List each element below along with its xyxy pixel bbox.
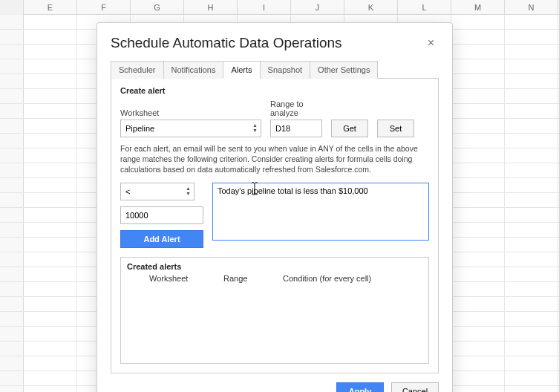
grid-cell[interactable] — [505, 119, 558, 133]
grid-cell[interactable] — [24, 119, 77, 133]
col-header-l[interactable]: L — [398, 0, 451, 15]
close-icon[interactable]: × — [423, 35, 439, 51]
row-header[interactable] — [0, 208, 24, 222]
grid-cell[interactable] — [451, 45, 505, 59]
grid-cell[interactable] — [24, 267, 77, 281]
row-header[interactable] — [0, 15, 24, 29]
grid-cell[interactable] — [451, 104, 505, 118]
grid-cell[interactable] — [24, 45, 77, 59]
grid-cell[interactable] — [24, 193, 77, 207]
row-header[interactable] — [0, 193, 24, 207]
grid-cell[interactable] — [505, 282, 558, 296]
grid-cell[interactable] — [24, 282, 77, 296]
grid-cell[interactable] — [505, 45, 558, 59]
tab-scheduler[interactable]: Scheduler — [111, 61, 164, 79]
grid-cell[interactable] — [505, 267, 558, 281]
grid-cell[interactable] — [505, 104, 558, 118]
col-header-i[interactable]: I — [238, 0, 291, 15]
col-header-g[interactable]: G — [131, 0, 184, 15]
grid-cell[interactable] — [505, 89, 558, 103]
grid-cell[interactable] — [505, 238, 558, 252]
row-header[interactable] — [0, 238, 24, 252]
grid-cell[interactable] — [24, 30, 77, 44]
grid-cell[interactable] — [24, 252, 77, 267]
grid-cell[interactable] — [451, 193, 505, 207]
grid-cell[interactable] — [451, 119, 505, 133]
grid-cell[interactable] — [451, 267, 505, 281]
row-header[interactable] — [0, 282, 24, 296]
grid-cell[interactable] — [451, 134, 505, 148]
tab-snapshot[interactable]: Snapshot — [260, 61, 310, 79]
grid-cell[interactable] — [451, 74, 505, 88]
grid-cell[interactable] — [24, 312, 77, 326]
tab-notifications[interactable]: Notifications — [163, 61, 224, 79]
grid-cell[interactable] — [24, 163, 77, 177]
grid-cell[interactable] — [451, 223, 505, 237]
tab-other-settings[interactable]: Other Settings — [310, 61, 378, 79]
grid-cell[interactable] — [451, 282, 505, 296]
grid-cell[interactable] — [451, 148, 505, 163]
row-header[interactable] — [0, 134, 24, 148]
grid-cell[interactable] — [451, 163, 505, 177]
col-header-m[interactable]: M — [451, 0, 505, 15]
grid-cell[interactable] — [24, 238, 77, 252]
col-header-k[interactable]: K — [344, 0, 398, 15]
grid-cell[interactable] — [451, 208, 505, 222]
grid-cell[interactable] — [451, 252, 505, 267]
grid-cell[interactable] — [24, 59, 77, 74]
grid-cell[interactable] — [505, 148, 558, 163]
grid-cell[interactable] — [505, 327, 558, 341]
row-header[interactable] — [0, 342, 24, 356]
grid-cell[interactable] — [24, 104, 77, 118]
grid-cell[interactable] — [451, 312, 505, 326]
grid-cell[interactable] — [451, 371, 505, 385]
grid-cell[interactable] — [451, 178, 505, 192]
row-header[interactable] — [0, 297, 24, 311]
grid-cell[interactable] — [24, 356, 77, 370]
grid-cell[interactable] — [451, 30, 505, 44]
set-button[interactable]: Set — [377, 120, 414, 137]
grid-cell[interactable] — [505, 193, 558, 207]
row-header[interactable] — [0, 178, 24, 192]
grid-cell[interactable] — [451, 15, 505, 29]
row-header[interactable] — [0, 59, 24, 74]
range-input[interactable] — [270, 120, 322, 137]
row-header[interactable] — [0, 119, 24, 133]
row-header[interactable] — [0, 163, 24, 177]
grid-cell[interactable] — [505, 342, 558, 356]
tab-alerts[interactable]: Alerts — [223, 61, 260, 79]
get-button[interactable]: Get — [331, 120, 368, 137]
row-header[interactable] — [0, 74, 24, 88]
add-alert-button[interactable]: Add Alert — [120, 230, 203, 248]
grid-cell[interactable] — [451, 297, 505, 311]
grid-cell[interactable] — [24, 327, 77, 341]
grid-cell[interactable] — [505, 163, 558, 177]
col-header-j[interactable]: J — [291, 0, 344, 15]
grid-cell[interactable] — [505, 178, 558, 192]
row-header[interactable] — [0, 386, 24, 392]
row-header[interactable] — [0, 267, 24, 281]
grid-cell[interactable] — [24, 386, 77, 392]
grid-cell[interactable] — [505, 30, 558, 44]
row-header[interactable] — [0, 45, 24, 59]
grid-cell[interactable] — [24, 223, 77, 237]
grid-cell[interactable] — [451, 327, 505, 341]
row-header[interactable] — [0, 104, 24, 118]
grid-cell[interactable] — [505, 134, 558, 148]
row-header[interactable] — [0, 223, 24, 237]
row-header[interactable] — [0, 371, 24, 385]
grid-cell[interactable] — [24, 15, 77, 29]
grid-cell[interactable] — [24, 371, 77, 385]
grid-cell[interactable] — [451, 356, 505, 370]
grid-cell[interactable] — [505, 208, 558, 222]
col-header-n[interactable]: N — [505, 0, 558, 15]
grid-cell[interactable] — [505, 15, 558, 29]
col-header-f[interactable]: F — [77, 0, 131, 15]
grid-cell[interactable] — [451, 238, 505, 252]
col-header-h[interactable]: H — [184, 0, 238, 15]
col-header-blank[interactable] — [0, 0, 24, 15]
row-header[interactable] — [0, 148, 24, 163]
threshold-input[interactable] — [120, 206, 203, 224]
grid-cell[interactable] — [24, 148, 77, 163]
grid-cell[interactable] — [24, 342, 77, 356]
